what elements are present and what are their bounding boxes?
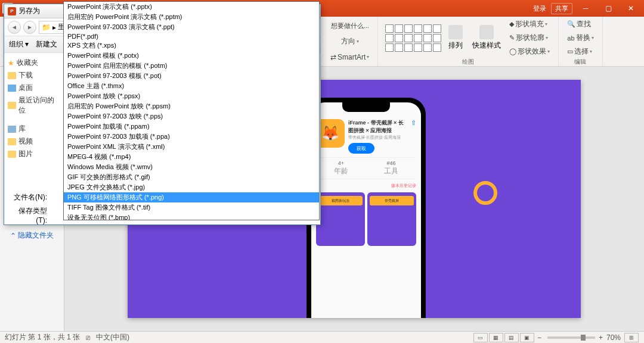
filetype-option[interactable]: PDF(*.pdf) — [64, 32, 319, 40]
status-bar: 幻灯片 第 1 张，共 1 张 ⎚ 中文(中国) ▭ ▦ ▤ ▣ − + 70%… — [0, 331, 644, 343]
folder-icon: 📁 — [42, 23, 51, 32]
maximize-button[interactable]: ▢ — [597, 2, 619, 14]
accessibility-icon[interactable]: ⎚ — [86, 333, 90, 342]
tree-recent: 最近访问的位 — [7, 94, 62, 117]
filetype-option[interactable]: MPEG-4 视频 (*.mp4) — [64, 152, 319, 162]
filetype-option[interactable]: PowerPoint 97-2003 模板 (*.pot) — [64, 71, 319, 81]
view-sorter-button[interactable]: ▦ — [489, 333, 503, 342]
view-reading-button[interactable]: ▤ — [504, 333, 519, 342]
filetype-option[interactable]: PowerPoint 97-2003 演示文稿 (*.ppt) — [64, 22, 319, 32]
powerpoint-icon: P — [8, 7, 16, 15]
zoom-slider[interactable] — [547, 336, 595, 339]
phone-notch — [342, 102, 390, 112]
chevron-up-icon: ⌃ — [10, 232, 16, 240]
version-history: 版本历史记录 — [316, 183, 416, 189]
share-button[interactable]: 共享 — [551, 3, 572, 14]
tellme-hint[interactable]: 想要做什么... — [329, 20, 371, 32]
smartart-button[interactable]: ⇄SmartArt▾ — [328, 52, 371, 63]
organize-button[interactable]: 组织 ▾ — [9, 39, 29, 49]
direction-button[interactable]: 方向▾ — [339, 35, 361, 48]
filetype-option[interactable]: PowerPoint 97-2003 放映 (*.pps) — [64, 111, 319, 121]
filetype-option[interactable]: PowerPoint 97-2003 加载项 (*.ppa) — [64, 132, 319, 142]
filetype-option[interactable]: 启用宏的 PowerPoint 演示文稿 (*.pptm) — [64, 12, 319, 22]
screenshot-preview: 带壳截屏 — [367, 192, 416, 246]
filetype-option[interactable]: XPS 文档 (*.xps) — [64, 40, 319, 51]
app-subtitle: 带壳截屏·长图拼接·应用海报 — [348, 135, 407, 141]
view-slideshow-button[interactable]: ▣ — [520, 333, 534, 342]
filetype-option[interactable]: Windows Media 视频 (*.wmv) — [64, 162, 319, 172]
filetype-option[interactable]: PowerPoint 模板 (*.potx) — [64, 51, 319, 61]
tree-pictures: 图片 — [7, 148, 62, 160]
filetype-option[interactable]: PowerPoint XML 演示文稿 (*.xml) — [64, 142, 319, 152]
ribbon-group-editing: 🔍 查找 ab 替换 ▾ ▭ 选择 ▾ 编辑 — [559, 17, 602, 66]
filetype-option[interactable]: 设备无关位图 (*.bmp) — [64, 213, 319, 220]
new-folder-button[interactable]: 新建文 — [36, 39, 57, 49]
savetype-dropdown-list[interactable]: PowerPoint 演示文稿 (*.pptx)启用宏的 PowerPoint … — [63, 1, 320, 220]
ribbon-group-tellme: 想要做什么... 方向▾ ⇄SmartArt▾ — [322, 17, 378, 66]
minimize-button[interactable]: ─ — [575, 2, 596, 14]
phone-mockup: 🦊 iFrame - 带壳截屏 × 长图拼接 × 应用海报 带壳截屏·长图拼接·… — [306, 98, 426, 318]
zoom-in-button[interactable]: + — [599, 333, 603, 342]
app-name: iFrame - 带壳截屏 × 长图拼接 × 应用海报 — [348, 119, 407, 135]
filetype-option[interactable]: JPEG 文件交换格式 (*.jpg) — [64, 182, 319, 192]
decoration-ring-accent — [473, 181, 497, 205]
tree-downloads: 下载 — [7, 69, 62, 82]
filetype-option[interactable]: PowerPoint 演示文稿 (*.pptx) — [64, 2, 319, 12]
quickstyle-button[interactable]: 快速样式 — [469, 23, 504, 53]
ribbon-group-label-drawing: 绘图 — [462, 58, 474, 67]
filetype-option[interactable]: PowerPoint 加载项 (*.ppam) — [64, 121, 319, 132]
ribbon-group-drawing: 排列 快速样式 ◆ 形状填充 ▾ ✎ 形状轮廓 ▾ ◯ 形状效果 ▾ 绘图 — [378, 17, 559, 66]
dialog-title: 另存为 — [18, 6, 40, 16]
shape-outline-button[interactable]: ✎ 形状轮廓 ▾ — [507, 32, 552, 44]
filetype-option[interactable]: PowerPoint 启用宏的模板 (*.potm) — [64, 61, 319, 71]
fit-to-window-button[interactable]: ⊞ — [624, 333, 639, 342]
tree-favorites: ★收藏夹 — [7, 57, 62, 69]
filetype-option[interactable]: PNG 可移植网络图形格式 (*.png) — [64, 192, 319, 202]
filename-label: 文件名(N): — [10, 192, 47, 202]
share-icon: ⇧ — [411, 119, 416, 154]
ribbon-group-label-editing: 编辑 — [574, 58, 586, 67]
filetype-option[interactable]: GIF 可交换的图形格式 (*.gif) — [64, 172, 319, 182]
find-button[interactable]: 🔍 查找 — [565, 18, 596, 30]
select-button[interactable]: ▭ 选择 ▾ — [565, 45, 596, 58]
filetype-option[interactable]: PowerPoint 放映 (*.ppsx) — [64, 91, 319, 101]
shape-effects-button[interactable]: ◯ 形状效果 ▾ — [507, 45, 552, 58]
arrange-button[interactable]: 排列 — [445, 23, 466, 53]
zoom-out-button[interactable]: − — [537, 333, 541, 342]
slide-position: 幻灯片 第 1 张，共 1 张 — [5, 332, 80, 342]
close-button[interactable]: ✕ — [620, 2, 642, 14]
folder-tree[interactable]: ★收藏夹 下载 桌面 最近访问的位 库 视频 图片 — [4, 53, 65, 190]
filetype-option[interactable]: Office 主题 (*.thmx) — [64, 81, 319, 91]
screenshot-preview: 截图新玩法 — [316, 192, 365, 246]
language-indicator[interactable]: 中文(中国) — [96, 332, 129, 342]
tree-desktop: 桌面 — [7, 82, 62, 94]
filetype-option[interactable]: 启用宏的 PowerPoint 放映 (*.ppsm) — [64, 101, 319, 111]
get-button: 获取 — [348, 143, 374, 154]
shape-fill-button[interactable]: ◆ 形状填充 ▾ — [507, 18, 552, 30]
tree-videos: 视频 — [7, 135, 62, 148]
login-button[interactable]: 登录 — [533, 4, 546, 13]
shapes-gallery[interactable] — [384, 23, 442, 53]
filetype-option[interactable]: TIFF Tag 图像文件格式 (*.tif) — [64, 202, 319, 213]
hide-folders-button[interactable]: ⌃隐藏文件夹 — [4, 227, 320, 244]
tree-libraries: 库 — [7, 123, 62, 135]
replace-button[interactable]: ab 替换 ▾ — [565, 32, 596, 44]
nav-back-button[interactable]: ◄ — [8, 21, 21, 34]
zoom-level[interactable]: 70% — [606, 333, 621, 342]
nav-forward-button[interactable]: ► — [23, 21, 36, 34]
savetype-label: 保存类型(T): — [10, 206, 47, 224]
view-normal-button[interactable]: ▭ — [473, 333, 488, 342]
